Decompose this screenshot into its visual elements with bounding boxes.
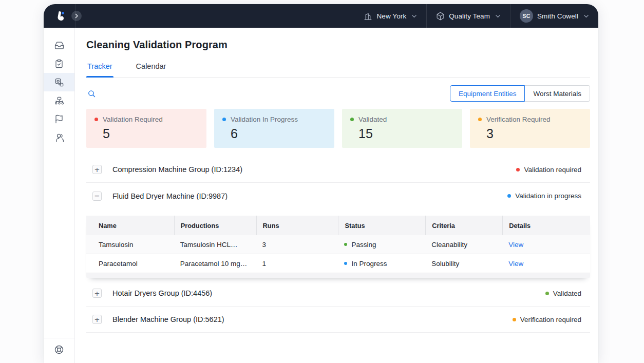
sidebar-item-flags[interactable] [44, 110, 74, 128]
cell-name: Tamsulosin [86, 235, 174, 254]
cell-criteria: Solubility [425, 254, 502, 273]
status-dot [350, 118, 354, 121]
table-row: Paracetamol Paracetamol 10 mg… 1 In Prog… [86, 254, 590, 273]
group-status: Validation in progress [507, 192, 590, 200]
card-head: Validated [350, 116, 454, 123]
column-header-runs: Runs [256, 216, 338, 235]
card-validation-in-progress: Validation In Progress 6 [214, 109, 334, 148]
expand-icon[interactable]: + [92, 165, 102, 174]
cell-status: In Progress [338, 254, 425, 273]
team-selector[interactable]: Quality Team [426, 4, 510, 28]
status-dot [507, 194, 511, 198]
column-header-details: Details [502, 216, 590, 235]
status-label: Verification required [520, 316, 581, 323]
summary-cards: Validation Required 5 Validation In Prog… [86, 109, 590, 148]
status-label: Validated [553, 290, 581, 297]
cell-details: View [502, 235, 590, 254]
cell-details: View [502, 254, 590, 273]
card-count: 6 [231, 126, 326, 141]
group-row-fluid-bed-dryer[interactable]: − Fluid Bed Dryer Machine (ID:9987) Vali… [86, 183, 590, 209]
location-selector[interactable]: New York [354, 4, 426, 28]
cell-criteria: Cleanability [425, 235, 502, 254]
toolbar: Equipment Entities Worst Materials [86, 85, 590, 102]
sidebar-item-teams[interactable] [44, 128, 74, 147]
window-body: Cleaning Validation Program Tracker Cale… [44, 28, 598, 363]
sidebar-item-inbox[interactable] [44, 36, 74, 54]
status-dot [545, 292, 549, 295]
status-dot [344, 262, 347, 265]
card-verification-required: Verification Required 3 [470, 109, 590, 148]
equipment-entities-button[interactable]: Equipment Entities [450, 85, 525, 102]
column-header-status: Status [338, 216, 425, 235]
group-left: + Hotair Dryers Group (ID:4456) [86, 289, 212, 298]
group-row-compression-machine[interactable]: + Compression Machine Group (ID:1234) Va… [86, 157, 590, 183]
status-dot [344, 243, 347, 246]
group-name: Compression Machine Group (ID:1234) [112, 165, 242, 174]
topbar: New York Quality Team [44, 4, 598, 28]
status-dot [94, 118, 98, 121]
status-label: Validation required [524, 166, 581, 174]
card-validation-required: Validation Required 5 [86, 109, 206, 148]
card-validated: Validated 15 [342, 109, 462, 148]
status-cell: In Progress [344, 260, 387, 268]
group-status: Verification required [513, 316, 590, 323]
sidebar-item-help[interactable] [54, 345, 64, 355]
collapse-icon[interactable]: − [92, 192, 102, 201]
cell-runs: 3 [256, 235, 338, 254]
table-header-row: Name Productions Runs Status Criteria De… [86, 216, 590, 235]
org-chart-icon [54, 96, 64, 106]
app-logo-icon[interactable] [54, 9, 67, 23]
group-row-hotair-dryers[interactable]: + Hotair Dryers Group (ID:4456) Validate… [86, 280, 590, 307]
sidebar-item-tasks[interactable] [44, 54, 74, 73]
status-dot [513, 318, 516, 321]
tab-tracker[interactable]: Tracker [86, 58, 113, 77]
sidebar-nav [44, 28, 75, 363]
worst-materials-button[interactable]: Worst Materials [525, 85, 590, 102]
card-count: 15 [358, 126, 454, 141]
sidebar-expand-button[interactable] [71, 11, 82, 21]
group-name: Fluid Bed Dryer Machine (ID:9987) [112, 192, 228, 200]
group-left: + Blender Machine Group (ID:5621) [86, 315, 224, 324]
inbox-icon [54, 41, 64, 50]
clipboard-check-icon [54, 59, 64, 68]
cell-productions: Tamsulosin HCL… [174, 235, 256, 254]
group-status: Validated [545, 290, 590, 297]
sidebar-spacer [44, 147, 74, 338]
expand-icon[interactable]: + [92, 289, 102, 298]
user-menu[interactable]: SC Smith Cowell [510, 4, 598, 28]
app-window: New York Quality Team [44, 4, 598, 363]
user-avatar: SC [520, 9, 533, 23]
sidebar-item-validation-programs[interactable] [44, 73, 74, 91]
topbar-divider [75, 4, 75, 28]
cell-runs: 1 [256, 254, 338, 273]
main-content: Cleaning Validation Program Tracker Cale… [75, 28, 598, 363]
tab-calendar[interactable]: Calendar [135, 58, 167, 77]
status-dot [478, 118, 482, 121]
table-row: Tamsulosin Tamsulosin HCL… 3 Passing Cle… [86, 235, 590, 254]
expand-icon[interactable]: + [92, 315, 102, 324]
search-button[interactable] [86, 88, 97, 99]
search-icon [87, 89, 96, 98]
card-count: 5 [103, 126, 198, 141]
status-dot [516, 168, 520, 171]
group-status: Validation required [516, 166, 590, 174]
card-label: Validation In Progress [231, 116, 298, 123]
tab-bar: Tracker Calendar [86, 58, 590, 78]
team-label: Quality Team [449, 12, 490, 20]
sidebar-item-hierarchy[interactable] [44, 91, 74, 110]
card-label: Validation Required [103, 116, 163, 123]
workflow-icon [54, 78, 64, 87]
card-label: Verification Required [486, 116, 551, 123]
validation-detail-table: Name Productions Runs Status Criteria De… [86, 216, 590, 278]
chevron-down-icon [583, 13, 589, 19]
cell-status: Passing [338, 235, 425, 254]
view-link[interactable]: View [508, 260, 523, 268]
card-head: Verification Required [478, 116, 582, 123]
topbar-left [44, 4, 82, 28]
view-link[interactable]: View [508, 241, 523, 249]
group-left: + Compression Machine Group (ID:1234) [86, 165, 242, 174]
group-row-blender-machine[interactable]: + Blender Machine Group (ID:5621) Verifi… [86, 307, 590, 333]
card-count: 3 [486, 126, 582, 141]
card-label: Validated [358, 116, 387, 123]
lifebuoy-help-icon [54, 345, 64, 355]
